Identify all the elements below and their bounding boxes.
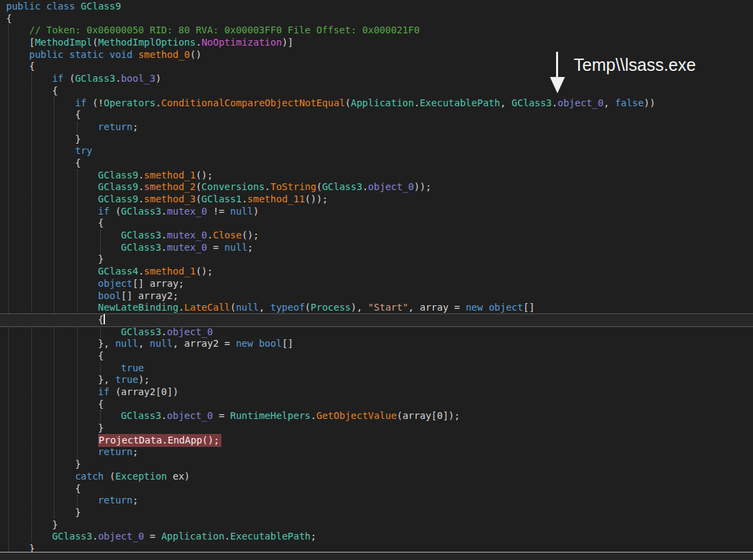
code-token[interactable]: {: [6, 217, 104, 228]
code-line[interactable]: {: [6, 217, 753, 230]
code-token[interactable]: GClass9: [98, 193, 138, 204]
code-token[interactable]: Exception: [115, 471, 167, 482]
code-token[interactable]: [6, 435, 98, 446]
code-token[interactable]: }: [6, 458, 81, 469]
code-token[interactable]: null: [150, 338, 173, 349]
code-token[interactable]: [6, 290, 98, 301]
code-token[interactable]: ,: [500, 97, 512, 108]
code-line[interactable]: public class GClass9: [6, 1, 753, 13]
code-token[interactable]: {: [6, 13, 12, 24]
code-token[interactable]: .: [552, 97, 557, 108]
code-token[interactable]: MethodImpl: [35, 37, 92, 48]
code-token[interactable]: ),: [351, 302, 368, 313]
code-token[interactable]: false: [615, 97, 644, 108]
code-line[interactable]: GClass9.smethod_1();: [6, 170, 753, 182]
code-lines[interactable]: public class GClass9{ // Token: 0x060000…: [0, 0, 753, 560]
code-token[interactable]: GClass3: [75, 73, 115, 84]
code-token[interactable]: .: [414, 97, 419, 108]
code-line[interactable]: if (GClass3.mutex_0 != null): [6, 206, 753, 218]
code-line[interactable]: GClass9.smethod_3(GClass1.smethod_11());: [6, 193, 753, 206]
code-token[interactable]: },: [6, 338, 115, 349]
code-token[interactable]: .: [162, 410, 167, 421]
code-line[interactable]: if (array2[0]): [6, 386, 753, 399]
code-token[interactable]: [6, 362, 121, 373]
code-token[interactable]: smethod_1: [144, 170, 196, 181]
code-token[interactable]: =: [213, 410, 230, 421]
code-token[interactable]: RuntimeHelpers: [230, 410, 311, 421]
code-token[interactable]: if: [52, 73, 63, 84]
code-token[interactable]: object: [489, 302, 523, 313]
code-token[interactable]: (: [196, 181, 201, 192]
code-token[interactable]: NoOptimization: [202, 37, 282, 48]
code-token[interactable]: {: [6, 350, 104, 361]
code-line[interactable]: catch (Exception ex): [6, 471, 753, 483]
code-token[interactable]: [132, 49, 138, 60]
code-token[interactable]: [6, 410, 121, 421]
code-token[interactable]: }: [6, 134, 81, 144]
code-token[interactable]: [75, 1, 80, 12]
code-token[interactable]: .: [155, 97, 161, 108]
code-token[interactable]: GClass9: [98, 170, 138, 181]
code-token[interactable]: ;: [132, 121, 138, 132]
code-token[interactable]: []: [282, 338, 294, 349]
code-token[interactable]: [6, 170, 98, 181]
code-token[interactable]: [6, 531, 52, 542]
code-line[interactable]: }: [6, 458, 753, 471]
code-token[interactable]: ): [155, 73, 161, 84]
code-token[interactable]: [] array;: [132, 278, 184, 289]
code-token[interactable]: (: [104, 471, 115, 482]
code-line[interactable]: GClass4.smethod_1();: [6, 266, 753, 278]
code-token[interactable]: GClass4: [98, 266, 138, 277]
code-token[interactable]: .: [363, 181, 368, 192]
code-token[interactable]: ;: [247, 242, 253, 253]
code-token[interactable]: [6, 471, 75, 482]
code-token[interactable]: public: [6, 1, 41, 12]
code-token[interactable]: NewLateBinding: [98, 302, 179, 313]
code-line[interactable]: // Token: 0x06000050 RID: 80 RVA: 0x0000…: [6, 25, 753, 37]
code-token[interactable]: static: [70, 49, 104, 60]
code-token[interactable]: [6, 446, 98, 457]
code-token[interactable]: object_0: [167, 326, 213, 337]
code-line[interactable]: }: [6, 253, 753, 266]
code-line[interactable]: bool[] array2;: [6, 290, 753, 302]
code-token[interactable]: .: [162, 242, 167, 253]
code-token[interactable]: (array2[0]): [110, 386, 179, 397]
code-token[interactable]: [6, 181, 98, 192]
code-token[interactable]: smethod_1: [144, 266, 196, 277]
code-token[interactable]: null: [115, 338, 138, 349]
code-token[interactable]: )]: [282, 37, 294, 48]
code-line[interactable]: return;: [6, 446, 753, 458]
code-token[interactable]: ;: [311, 531, 316, 542]
code-token[interactable]: smethod_3: [144, 193, 196, 204]
code-token[interactable]: null: [236, 302, 259, 313]
code-token[interactable]: .: [224, 531, 230, 542]
code-line[interactable]: {: [6, 85, 753, 97]
code-token[interactable]: true: [121, 362, 144, 373]
code-token[interactable]: [] array2;: [121, 290, 179, 301]
code-line[interactable]: GClass3.object_0 = Application.Executabl…: [6, 531, 753, 543]
code-token[interactable]: [6, 230, 121, 240]
code-token[interactable]: null: [224, 242, 247, 253]
code-token[interactable]: ();: [242, 230, 259, 240]
highlighted-reference[interactable]: ProjectData.EndApp();: [98, 434, 221, 447]
code-token[interactable]: [63, 49, 69, 60]
code-token[interactable]: true: [115, 374, 138, 385]
code-token[interactable]: , array =: [408, 302, 465, 313]
code-token[interactable]: .: [92, 531, 97, 542]
code-line[interactable]: }: [6, 422, 753, 435]
code-token[interactable]: (!: [87, 97, 104, 108]
code-token[interactable]: ExecutablePath: [420, 97, 500, 108]
code-token[interactable]: [6, 73, 52, 84]
code-token[interactable]: GClass3: [322, 181, 363, 192]
code-token[interactable]: (: [110, 206, 121, 217]
code-token[interactable]: },: [6, 374, 115, 385]
code-token[interactable]: Close: [213, 230, 241, 240]
code-line[interactable]: NewLateBinding.LateCall(null, typeof(Pro…: [6, 302, 753, 314]
code-token[interactable]: Process: [311, 302, 351, 313]
code-token[interactable]: mutex_0: [167, 230, 207, 240]
code-token[interactable]: (: [196, 193, 201, 204]
code-token[interactable]: (: [316, 181, 322, 192]
code-token[interactable]: []: [523, 302, 535, 313]
code-token[interactable]: GClass3: [121, 230, 162, 240]
code-line[interactable]: try: [6, 145, 753, 157]
